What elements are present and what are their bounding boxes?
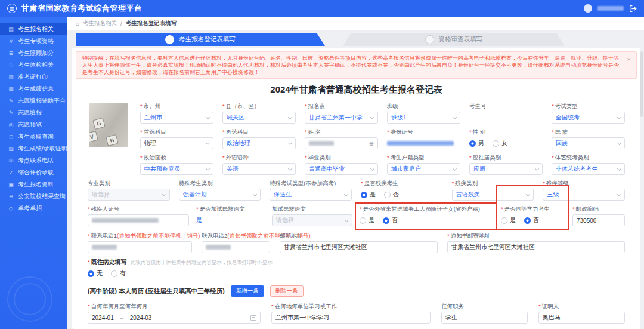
logout-icon[interactable] (629, 5, 637, 13)
chevron-down-icon (344, 192, 348, 196)
field-label: 既往病史填写 (91, 259, 127, 265)
menu-icon: ▥ (8, 74, 14, 80)
sidebar-item[interactable]: ⊕公安院校结果查询 (0, 190, 67, 202)
breadcrumb-item[interactable]: 考生报名相关 (83, 20, 117, 27)
county-select[interactable]: 城关区 (222, 112, 296, 124)
pe-art-exam-category-select[interactable]: 非体艺统考考生 (552, 163, 625, 175)
field-label-row: 加试民族语文 (272, 205, 352, 213)
migrant-children-flag-radio-option[interactable]: 否 (383, 216, 398, 225)
required-asterisk: * (305, 154, 307, 161)
step-qualification-review[interactable]: 资格审查表填写 (343, 33, 565, 46)
special-candidate-category-select[interactable]: 强基计划 (179, 189, 261, 201)
date-range-picker[interactable]: 2024-01→2024-03 (88, 312, 261, 324)
sidebar-item[interactable]: ▤考生报名相关 (0, 23, 67, 35)
user-avatar[interactable] (584, 4, 592, 13)
sidebar-item-label: 考生报名资料 (18, 180, 54, 189)
step-registration-form[interactable]: 考生报名登记表填写 (76, 33, 325, 46)
select-value: 甘肃省兰州第一中学 (309, 113, 363, 122)
disability-cert-number-input[interactable] (88, 214, 189, 226)
sidebar-item[interactable]: ▥准考证打印 (0, 71, 67, 83)
chevron-down-icon (370, 166, 374, 170)
equivalent-education-flag-radio-group: 是否 (501, 214, 565, 226)
special-candidate-category-field: 特殊考生类别强基计划 (179, 179, 261, 201)
sidebar-item[interactable]: ⊞考生照顾加分 (0, 47, 67, 59)
required-asterisk: * (305, 128, 307, 135)
scrollbar[interactable] (640, 51, 643, 117)
resume-place-input[interactable]: 兰州市第一中学学习 (271, 312, 431, 324)
sidebar-item[interactable]: ♡考生体检相关 (0, 59, 67, 71)
chevron-down-icon (453, 166, 457, 170)
notice-text: 特别提醒：在填写报名信息时，要对本人信息进行仔细核对，尤其身份证号码、姓名、性别… (82, 54, 620, 76)
class-select[interactable]: 班级1 (387, 112, 460, 124)
sidebar-item[interactable]: ◇单考单招 (0, 202, 67, 214)
form-row: *联系电话1(通知书领取之前不能停机、销号)联系电话2(通知书领取之前不能停机、… (88, 232, 625, 253)
minority-language-test-select[interactable]: 请选择 (272, 214, 352, 226)
registration-site-select[interactable]: 甘肃省兰州第一中学 (305, 112, 378, 124)
major-category-select[interactable]: 请选择 (88, 189, 170, 201)
is-disabled-radio-option[interactable]: 否 (384, 190, 399, 199)
notice-mailing-address-field: *通知书邮寄地址甘肃省兰州市七里河区大滩社区 (447, 232, 625, 253)
postal-code-input[interactable]: 730500 (572, 214, 625, 226)
sidebar-item[interactable]: ▣考生报名资料 (0, 179, 67, 190)
resume-duty-input[interactable]: 学生 (441, 312, 528, 324)
migrant-children-flag-radio-option[interactable]: 是 (360, 216, 374, 225)
equivalent-education-flag-radio-option[interactable]: 是 (501, 216, 516, 225)
radio-label: 否 (393, 190, 399, 199)
equivalent-education-flag-radio-option[interactable]: 否 (524, 216, 539, 225)
field-label: 残疾等级 (546, 180, 569, 186)
header-user-area (584, 4, 637, 13)
notice-close-icon[interactable]: × (627, 56, 631, 63)
form-row: *政治面貌中共预备党员*外语语种英语*毕业类别普通高中毕业*考生户籍类型城市家庭… (140, 153, 625, 175)
medical-history-radio-option[interactable]: 有 (111, 269, 126, 278)
field-label-row: *联系电话1(通知书领取之前不能停机、销号) (88, 232, 192, 239)
sidebar-item[interactable]: □考生录取查询 (0, 131, 67, 143)
sidebar-item[interactable]: ◎志愿预览 (0, 119, 67, 131)
sidebar-item[interactable]: ▧考生成绩/录取证明 (0, 143, 67, 155)
resume-witness-input[interactable]: 奥巴马 (538, 312, 625, 324)
sidebar-item[interactable]: ✎志愿填报辅助平台 (0, 95, 67, 107)
sidebar-item[interactable]: ✓综合评价录取 (0, 167, 67, 179)
menu-icon: ∨ (8, 38, 14, 44)
mailing-address-input[interactable]: 甘肃省兰州市七里河区大滩社区 (280, 241, 438, 253)
chevron-down-icon (526, 192, 530, 196)
sidebar-item[interactable]: ∨考生专项资格 (0, 35, 67, 47)
medical-history-radio-option[interactable]: 无 (88, 269, 103, 278)
radio-icon (469, 140, 476, 147)
add-entry-button[interactable]: 新增一条 (231, 285, 264, 297)
migrant-children-flag-radio-group: 是否 (360, 214, 494, 226)
gender-radio-option[interactable]: 女 (493, 139, 507, 147)
class-field: 班级班级1 (387, 102, 460, 124)
ethnicity-field: *民 族回族 (552, 128, 625, 149)
field-label: 体艺统考类别 (555, 154, 589, 161)
household-type-select[interactable]: 城市家庭户 (387, 163, 460, 175)
first-subject-select[interactable]: 物理 (140, 137, 213, 149)
disability-category-select[interactable]: 言语残疾 (452, 189, 534, 201)
gender-radio-option[interactable]: 男 (469, 139, 484, 147)
is-disabled-radio-option[interactable]: 是 (361, 190, 376, 199)
sidebar-item[interactable]: ✎志愿填报 (0, 107, 67, 119)
sidebar-item[interactable]: ☏考点联系电话 (0, 155, 67, 167)
notice-mailing-address-input[interactable]: 甘肃省兰州市七里河区大滩社区 (447, 241, 625, 253)
sidebar-item[interactable]: ▦考生成绩信息 (0, 83, 67, 95)
second-subject-select[interactable]: 政治地理 (222, 137, 296, 149)
select-value: 全国统考 (556, 113, 580, 122)
foreign-language-select[interactable]: 英语 (222, 163, 296, 175)
name-input[interactable]: ⊕ (305, 137, 378, 149)
field-label: 身份证号 (391, 128, 413, 135)
graduation-category-select[interactable]: 普通高中毕业 (305, 163, 378, 175)
phone2-input[interactable] (202, 241, 270, 253)
phone1-input[interactable] (88, 241, 192, 253)
city-select[interactable]: 兰州市 (140, 112, 213, 124)
graduate-status-select[interactable]: 应届 (469, 163, 543, 175)
special-exam-type-select[interactable]: 保送生 (270, 189, 352, 201)
id-number-value (387, 137, 460, 149)
sidebar-item-label: 考点联系电话 (18, 156, 54, 165)
required-asterisk: * (387, 154, 389, 161)
exam-type-select[interactable]: 全国统考 (552, 112, 625, 124)
political-status-select[interactable]: 中共预备党员 (140, 163, 213, 175)
delete-entry-button[interactable]: 删除一条 (270, 285, 304, 297)
ethnicity-select[interactable]: 回族 (552, 137, 625, 149)
disability-level-select[interactable]: 三级 (543, 189, 625, 201)
field-label-row: 特殊考试类型(不参加高考) (270, 179, 352, 187)
sidebar-item-label: 考生报名相关 (18, 25, 54, 33)
